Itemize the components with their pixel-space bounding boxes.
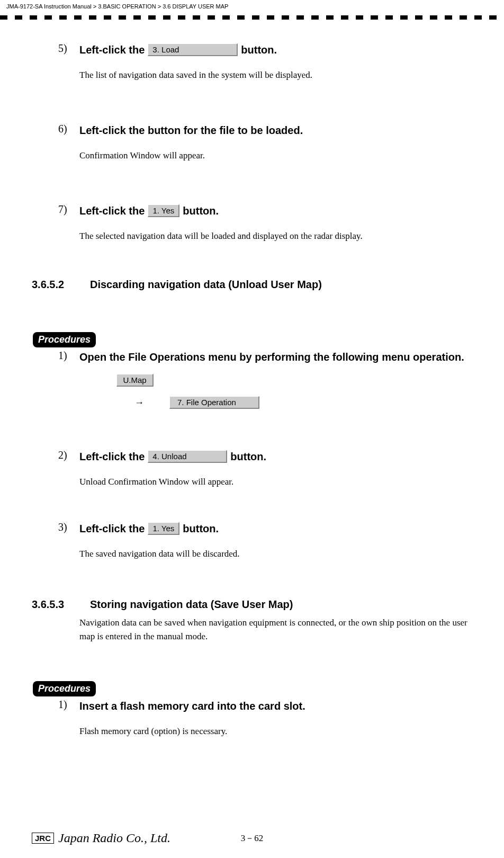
company-name: Japan Radio Co., Ltd. (58, 831, 170, 845)
section-heading-3652: 3.6.5.2 Discarding navigation data (Unlo… (32, 279, 472, 291)
breadcrumb-section: 3.6 DISPLAY USER MAP (163, 3, 228, 10)
step-description: The list of navigation data saved in the… (79, 70, 472, 81)
step-text-pre: Left-click the (79, 449, 145, 464)
step-description: The saved navigation data will be discar… (79, 549, 472, 559)
step-title: Open the File Operations menu by perform… (79, 350, 472, 364)
step-title: Left-click the button for the file to be… (79, 123, 472, 138)
proc1-step-2: 2) Left-click the 4. Unload button. Unlo… (58, 449, 472, 487)
section-title: Storing navigation data (Save User Map) (90, 598, 293, 611)
procedures-badge: Procedures (33, 332, 96, 347)
step-number: 5) (58, 42, 79, 81)
step-text-pre: Left-click the (79, 203, 145, 218)
step-number: 6) (58, 123, 79, 161)
jrc-logo: JRC (32, 833, 54, 844)
step-description: The selected navigation data will be loa… (79, 231, 472, 242)
file-operation-button[interactable]: 7. File Operation (169, 396, 259, 409)
yes-button[interactable]: 1. Yes (148, 522, 179, 535)
breadcrumb-chapter: 3.BASIC OPERATION (98, 3, 156, 10)
step-text-pre: Left-click the (79, 42, 145, 57)
step-number: 2) (58, 449, 79, 487)
footer: JRC Japan Radio Co., Ltd. 3－62 (0, 831, 504, 845)
section-number: 3.6.5.3 (32, 598, 90, 611)
proc1-step-1: 1) Open the File Operations menu by perf… (58, 350, 472, 409)
step-text-post: button. (230, 449, 266, 464)
page-number: 3－62 (241, 832, 264, 844)
section-number: 3.6.5.2 (32, 279, 90, 291)
section-body: Navigation data can be saved when naviga… (79, 616, 472, 643)
step-description: Flash memory card (option) is necessary. (79, 726, 472, 737)
step-description: Unload Confirmation Window will appear. (79, 477, 472, 487)
section-heading-3653: 3.6.5.3 Storing navigation data (Save Us… (32, 598, 472, 611)
divider-dashed (0, 14, 504, 21)
step-number: 7) (58, 203, 79, 242)
step-6: 6) Left-click the button for the file to… (58, 123, 472, 161)
yes-button[interactable]: 1. Yes (148, 204, 179, 217)
arrow-right-icon: → (134, 397, 144, 408)
unload-button[interactable]: 4. Unload (148, 450, 227, 463)
step-number: 3) (58, 521, 79, 559)
breadcrumb-sep: > (156, 3, 163, 10)
breadcrumb-manual: JMA-9172-SA Instruction Manual (6, 3, 92, 10)
step-text-post: button. (183, 521, 219, 536)
step-7: 7) Left-click the 1. Yes button. The sel… (58, 203, 472, 242)
step-text-pre: Left-click the (79, 521, 145, 536)
breadcrumb: JMA-9172-SA Instruction Manual > 3.BASIC… (0, 0, 504, 10)
load-button[interactable]: 3. Load (148, 43, 238, 56)
proc2-step-1: 1) Insert a flash memory card into the c… (58, 699, 472, 737)
step-text-post: button. (241, 42, 277, 57)
step-description: Confirmation Window will appear. (79, 150, 472, 161)
step-number: 1) (58, 350, 79, 409)
step-text-post: button. (183, 203, 219, 218)
section-title: Discarding navigation data (Unload User … (90, 279, 322, 291)
umap-button[interactable]: U.Map (116, 374, 154, 387)
procedures-badge: Procedures (33, 681, 96, 696)
breadcrumb-sep: > (92, 3, 98, 10)
proc1-step-3: 3) Left-click the 1. Yes button. The sav… (58, 521, 472, 559)
step-5: 5) Left-click the 3. Load button. The li… (58, 42, 472, 81)
step-title: Insert a flash memory card into the card… (79, 699, 472, 713)
step-number: 1) (58, 699, 79, 737)
